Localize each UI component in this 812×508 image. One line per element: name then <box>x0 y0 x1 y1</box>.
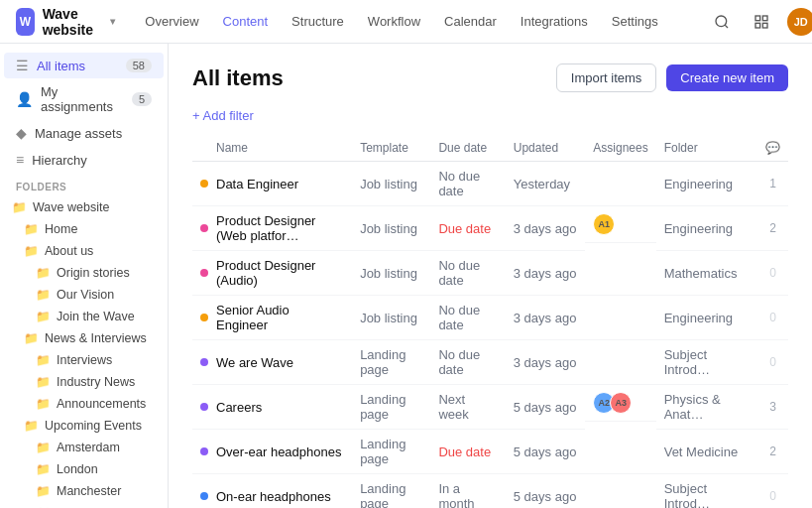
folder-label-amsterdam: Amsterdam <box>57 441 120 454</box>
folder-icon-upcoming-events: 📁 <box>24 419 39 433</box>
folder-item-upcoming-events[interactable]: 📁 Upcoming Events <box>0 415 168 437</box>
cell-name-0: Data Engineer <box>192 162 352 206</box>
layout: ☰ All items 58👤 My assignments 5◆ Manage… <box>0 44 812 508</box>
cell-assignees-6 <box>585 430 655 474</box>
sidebar-label-all-items: All items <box>37 59 85 73</box>
folder-label-join-the-wave: Join the Wave <box>57 310 135 323</box>
status-dot-0 <box>200 180 208 188</box>
item-name-6[interactable]: Over-ear headphones <box>216 444 341 459</box>
nav-link-content[interactable]: Content <box>213 10 279 33</box>
item-name-0[interactable]: Data Engineer <box>216 177 298 191</box>
item-name-4[interactable]: We are Wave <box>216 355 293 370</box>
table-row: Product Designer (Web platfor…Job listin… <box>192 206 788 251</box>
cell-updated-5: 5 days ago <box>506 385 586 430</box>
cell-name-1: Product Designer (Web platfor… <box>192 206 352 251</box>
cell-name-3: Senior Audio Engineer <box>192 296 352 340</box>
sidebar-count-my-assignments: 5 <box>132 92 152 106</box>
item-name-7[interactable]: On-ear headphones <box>216 489 331 504</box>
status-dot-3 <box>200 314 208 321</box>
status-dot-4 <box>200 358 208 366</box>
due-overdue-1: Due date <box>438 221 491 236</box>
nav-link-overview[interactable]: Overview <box>135 10 208 33</box>
item-name-5[interactable]: Careers <box>216 400 262 415</box>
cell-comments-1: 2 <box>757 206 788 251</box>
folder-item-london[interactable]: 📁 London <box>0 458 168 480</box>
sidebar-item-all-items[interactable]: ☰ All items 58 <box>4 53 164 78</box>
folder-item-origin-stories[interactable]: 📁 Origin stories <box>0 262 168 284</box>
sidebar-icon-my-assignments: 👤 <box>16 91 33 107</box>
top-nav: W Wave website ▾ OverviewContentStructur… <box>0 0 812 44</box>
folder-item-announcements[interactable]: 📁 Announcements <box>0 393 168 415</box>
folder-item-home[interactable]: 📁 Home <box>0 218 168 240</box>
cell-folder-3: Engineering <box>656 296 757 340</box>
sidebar-icon-manage-assets: ◆ <box>16 125 27 141</box>
brand-name: Wave website <box>43 6 103 38</box>
folder-icon-wave-website: 📁 <box>12 200 27 214</box>
nav-link-settings[interactable]: Settings <box>602 10 668 33</box>
sidebar-label-my-assignments: My assignments <box>41 84 124 114</box>
cell-comments-3: 0 <box>757 296 788 340</box>
sidebar-item-manage-assets[interactable]: ◆ Manage assets <box>4 120 164 146</box>
item-name-2[interactable]: Product Designer (Audio) <box>216 258 344 288</box>
nav-link-integrations[interactable]: Integrations <box>511 10 598 33</box>
grid-button[interactable] <box>748 8 775 36</box>
folder-label-news-interviews: News & Interviews <box>45 331 147 345</box>
create-button[interactable]: Create new item <box>666 64 788 91</box>
folder-item-nyc[interactable]: 📁 NYC <box>0 502 168 508</box>
folder-item-join-the-wave[interactable]: 📁 Join the Wave <box>0 306 168 327</box>
brand-chevron[interactable]: ▾ <box>110 16 115 27</box>
folder-item-interviews[interactable]: 📁 Interviews <box>0 349 168 371</box>
folder-item-news-interviews[interactable]: 📁 News & Interviews <box>0 327 168 349</box>
folder-label-home: Home <box>45 222 77 236</box>
folder-item-industry-news[interactable]: 📁 Industry News <box>0 371 168 393</box>
cell-assignees-3 <box>585 296 655 340</box>
cell-folder-1: Engineering <box>656 206 757 251</box>
item-name-3[interactable]: Senior Audio Engineer <box>216 303 344 332</box>
cell-template-3: Job listing <box>352 296 430 340</box>
folder-label-london: London <box>57 462 98 476</box>
nav-link-structure[interactable]: Structure <box>282 10 354 33</box>
cell-due-5: Next week <box>430 385 505 430</box>
cell-assignees-0 <box>585 162 655 206</box>
table-header-2: Due date <box>430 135 505 162</box>
search-button[interactable] <box>708 8 736 36</box>
cell-comments-0: 1 <box>757 162 788 206</box>
assignee-avatar-a3-5: A3 <box>610 392 632 414</box>
folder-item-about-us[interactable]: 📁 About us <box>0 240 168 262</box>
nav-logo[interactable]: W Wave website ▾ <box>16 6 115 38</box>
cell-comments-4: 0 <box>757 340 788 385</box>
folder-item-our-vision[interactable]: 📁 Our Vision <box>0 284 168 306</box>
cell-due-3: No due date <box>430 296 505 340</box>
user-avatar[interactable]: JD <box>787 8 812 36</box>
add-filter-button[interactable]: + Add filter <box>192 108 254 123</box>
nav-link-workflow[interactable]: Workflow <box>358 10 430 33</box>
sidebar-count-all-items: 58 <box>126 59 152 72</box>
nav-link-calendar[interactable]: Calendar <box>434 10 507 33</box>
sidebar-item-my-assignments[interactable]: 👤 My assignments 5 <box>4 79 164 119</box>
svg-rect-2 <box>755 16 760 21</box>
cell-updated-4: 3 days ago <box>506 340 586 385</box>
folder-item-manchester[interactable]: 📁 Manchester <box>0 480 168 502</box>
cell-comments-6: 2 <box>757 430 788 474</box>
import-button[interactable]: Import items <box>556 64 657 92</box>
table-row: Senior Audio EngineerJob listingNo due d… <box>192 296 788 340</box>
folder-item-amsterdam[interactable]: 📁 Amsterdam <box>0 437 168 458</box>
folder-item-wave-website[interactable]: 📁 Wave website <box>0 196 168 218</box>
sidebar-icon-all-items: ☰ <box>16 58 29 73</box>
filter-bar: + Add filter <box>192 108 788 123</box>
main-content: All items Import items Create new item +… <box>169 44 812 508</box>
sidebar-icon-hierarchy: ≡ <box>16 152 24 168</box>
cell-folder-4: Subject Introd… <box>656 340 757 385</box>
status-dot-6 <box>200 447 208 455</box>
svg-rect-4 <box>755 23 760 28</box>
cell-assignees-1: A1 <box>585 206 655 243</box>
folder-label-manchester: Manchester <box>57 484 121 498</box>
folder-icon-industry-news: 📁 <box>36 375 51 389</box>
cell-updated-0: Yesterday <box>506 162 586 206</box>
cell-template-7: Landing page <box>352 474 430 509</box>
table-row: Over-ear headphonesLanding pageDue date5… <box>192 430 788 474</box>
folder-icon-news-interviews: 📁 <box>24 331 39 345</box>
sidebar-item-hierarchy[interactable]: ≡ Hierarchy <box>4 147 164 173</box>
folder-label-announcements: Announcements <box>57 397 146 411</box>
item-name-1[interactable]: Product Designer (Web platfor… <box>216 213 344 243</box>
